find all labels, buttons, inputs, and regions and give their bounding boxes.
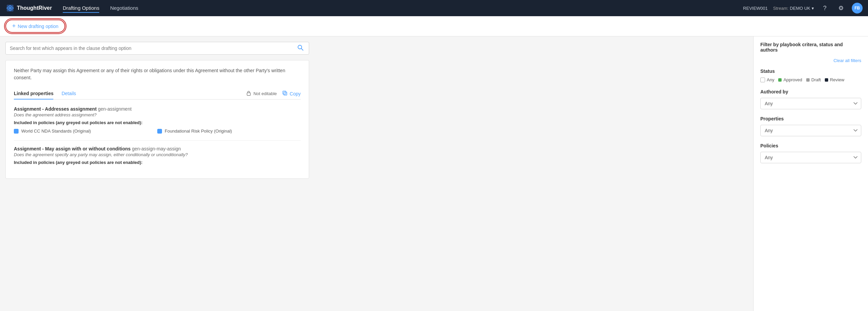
nav-right-section: REVIEW001 Stream: DEMO UK ▾ ? ⚙ FB [743,3,863,13]
property-row-1: Assignment - Addresses assignment gen-as… [14,106,301,134]
copy-button[interactable]: Copy [282,90,301,97]
svg-rect-7 [283,91,286,94]
stream-name: DEMO UK [790,6,810,11]
main-toolbar: + New drafting option [0,16,868,36]
content-area: Neither Party may assign this Agreement … [0,36,753,311]
status-option-review[interactable]: Review [825,77,844,82]
tab-details[interactable]: Details [61,88,76,100]
policies-select[interactable]: Any [760,152,861,163]
status-option-draft[interactable]: Draft [806,77,821,82]
clear-filters-button[interactable]: Clear all filters [760,58,861,63]
search-button[interactable] [296,43,305,54]
logo-icon [5,3,15,13]
policy-dot-icon [157,129,162,134]
property-name-2: Assignment - May assign with or without … [14,146,131,151]
stream-label: Stream: [773,6,789,11]
filter-policies-section: Policies Any [760,143,861,163]
plus-icon: + [12,23,16,30]
top-navigation: ThoughtRiver Drafting Options Negotiatio… [0,0,868,16]
policy-name-1-2: Foundational Risk Policy (Original) [165,129,232,134]
property-name-1: Assignment - Addresses assignment [14,106,97,112]
policy-item-1-1: World CC NDA Standards (Original) [14,129,157,134]
status-dot-approved [778,78,782,82]
status-option-approved[interactable]: Approved [778,77,802,82]
gear-icon: ⚙ [838,4,844,12]
included-label-2: Included in policies (any greyed out pol… [14,160,301,165]
new-drafting-option-button[interactable]: + New drafting option [5,20,65,33]
app-logo[interactable]: ThoughtRiver [5,3,52,13]
property-title-2: Assignment - May assign with or without … [14,146,301,151]
status-filter-label: Status [760,68,861,74]
status-options: Any Approved Draft Review [760,77,861,82]
nav-links: Drafting Options Negotiations [63,4,732,13]
main-layout: Neither Party may assign this Agreement … [0,36,868,311]
drafting-card: Neither Party may assign this Agreement … [5,60,309,179]
property-desc-2: Does the agreement specify any party may… [14,152,301,157]
settings-button[interactable]: ⚙ [836,3,846,13]
status-dot-draft [806,78,810,82]
policy-name-1-1: World CC NDA Standards (Original) [21,129,91,134]
property-row-2: Assignment - May assign with or without … [14,146,301,165]
copy-label: Copy [290,91,301,96]
new-drafting-option-label: New drafting option [18,24,59,29]
filter-properties-section: Properties Any [760,116,861,136]
stream-chevron-icon: ▾ [812,6,814,11]
authored-by-label: Authored by [760,89,861,94]
not-editable-badge: Not editable [246,90,277,97]
svg-line-4 [301,49,303,50]
user-avatar[interactable]: FB [852,3,863,13]
status-label-draft: Draft [811,77,821,82]
divider [14,140,301,141]
not-editable-label: Not editable [253,91,277,96]
search-input[interactable] [10,42,296,54]
svg-rect-5 [247,93,250,95]
status-label-review: Review [830,77,844,82]
policy-dot-icon [14,129,19,134]
status-label-approved: Approved [783,77,802,82]
filter-authored-section: Authored by Any [760,89,861,109]
review-id: REVIEW001 [743,6,768,11]
status-dot-review [825,78,828,82]
logo-text: ThoughtRiver [17,5,52,11]
question-icon: ? [823,5,826,12]
svg-rect-6 [284,92,287,95]
property-title-1: Assignment - Addresses assignment gen-as… [14,106,301,112]
included-label-1: Included in policies (any greyed out pol… [14,120,301,125]
authored-by-select[interactable]: Any [760,98,861,109]
status-checkbox-any[interactable] [760,78,765,82]
nav-negotiations[interactable]: Negotiations [110,4,138,13]
sidebar-title: Filter by playbook critera, status and a… [760,42,861,53]
tab-linked-properties[interactable]: Linked properties [14,88,53,100]
stream-selector[interactable]: Stream: DEMO UK ▾ [773,6,814,11]
help-button[interactable]: ? [819,3,830,13]
right-sidebar: Filter by playbook critera, status and a… [753,36,868,311]
avatar-initials: FB [855,6,860,10]
filter-status-section: Status Any Approved Draft Review [760,68,861,82]
lock-icon [246,90,251,97]
card-tabs: Linked properties Details Not editable [14,88,301,100]
svg-point-3 [298,45,302,49]
properties-filter-label: Properties [760,116,861,121]
clause-text: Neither Party may assign this Agreement … [14,67,301,81]
policy-item-1-2: Foundational Risk Policy (Original) [157,129,301,134]
card-actions: Not editable Copy [246,90,301,97]
nav-drafting-options[interactable]: Drafting Options [63,4,99,13]
search-icon [297,45,303,52]
property-desc-1: Does the agreement address assignment? [14,112,301,117]
status-option-any[interactable]: Any [760,77,774,82]
policies-grid-1: World CC NDA Standards (Original) Founda… [14,129,301,134]
policies-filter-label: Policies [760,143,861,148]
property-tag-2: gen-assign-may-assign [132,146,181,151]
copy-icon [282,90,288,97]
search-container [5,42,309,55]
property-tag-1: gen-assignment [98,106,132,112]
status-label-any: Any [767,77,774,82]
properties-select[interactable]: Any [760,125,861,136]
